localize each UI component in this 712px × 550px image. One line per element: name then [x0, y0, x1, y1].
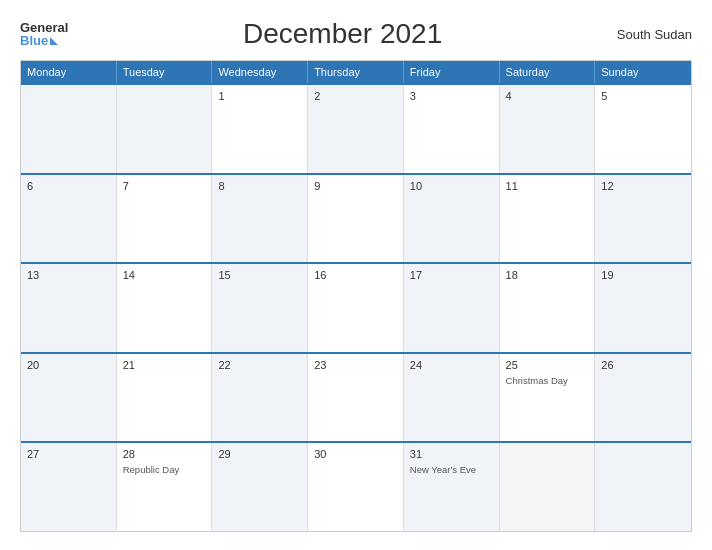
day-event: New Year's Eve	[410, 464, 493, 475]
cal-cell: 11	[500, 175, 596, 263]
cal-cell: 6	[21, 175, 117, 263]
header-cell-sunday: Sunday	[595, 61, 691, 83]
calendar-row-1: 6789101112	[21, 173, 691, 263]
cal-cell: 24	[404, 354, 500, 442]
calendar-page: General Blue December 2021 South Sudan M…	[0, 0, 712, 550]
header-cell-friday: Friday	[404, 61, 500, 83]
day-number: 25	[506, 359, 589, 371]
cal-cell: 17	[404, 264, 500, 352]
day-number: 15	[218, 269, 301, 281]
logo-triangle-icon	[50, 37, 58, 45]
cal-cell: 22	[212, 354, 308, 442]
cal-cell: 21	[117, 354, 213, 442]
region-label: South Sudan	[617, 27, 692, 42]
day-number: 1	[218, 90, 301, 102]
cal-cell: 18	[500, 264, 596, 352]
cal-cell	[500, 443, 596, 531]
page-title: December 2021	[68, 18, 616, 50]
header-cell-monday: Monday	[21, 61, 117, 83]
day-number: 23	[314, 359, 397, 371]
cal-cell: 20	[21, 354, 117, 442]
day-number: 22	[218, 359, 301, 371]
page-header: General Blue December 2021 South Sudan	[20, 18, 692, 50]
day-number: 8	[218, 180, 301, 192]
cal-cell	[595, 443, 691, 531]
cal-cell: 8	[212, 175, 308, 263]
calendar-row-4: 2728Republic Day293031New Year's Eve	[21, 441, 691, 531]
cal-cell: 9	[308, 175, 404, 263]
cal-cell: 30	[308, 443, 404, 531]
cal-cell: 12	[595, 175, 691, 263]
cal-cell: 23	[308, 354, 404, 442]
cal-cell: 19	[595, 264, 691, 352]
calendar-row-3: 202122232425Christmas Day26	[21, 352, 691, 442]
day-number: 24	[410, 359, 493, 371]
cal-cell: 15	[212, 264, 308, 352]
day-number: 10	[410, 180, 493, 192]
cal-cell: 1	[212, 85, 308, 173]
day-number: 13	[27, 269, 110, 281]
cal-cell: 2	[308, 85, 404, 173]
day-number: 16	[314, 269, 397, 281]
day-number: 19	[601, 269, 685, 281]
cal-cell: 5	[595, 85, 691, 173]
header-cell-saturday: Saturday	[500, 61, 596, 83]
day-number: 14	[123, 269, 206, 281]
cal-cell: 29	[212, 443, 308, 531]
calendar-row-2: 13141516171819	[21, 262, 691, 352]
cal-cell: 7	[117, 175, 213, 263]
day-number: 9	[314, 180, 397, 192]
day-number: 27	[27, 448, 110, 460]
cal-cell: 26	[595, 354, 691, 442]
cal-cell: 4	[500, 85, 596, 173]
day-number: 17	[410, 269, 493, 281]
day-event: Christmas Day	[506, 375, 589, 386]
cal-cell: 14	[117, 264, 213, 352]
day-number: 5	[601, 90, 685, 102]
calendar-body: 1234567891011121314151617181920212223242…	[21, 83, 691, 531]
day-number: 12	[601, 180, 685, 192]
header-cell-wednesday: Wednesday	[212, 61, 308, 83]
cal-cell: 3	[404, 85, 500, 173]
logo: General Blue	[20, 21, 68, 47]
day-number: 3	[410, 90, 493, 102]
day-number: 7	[123, 180, 206, 192]
day-number: 11	[506, 180, 589, 192]
calendar-row-0: 12345	[21, 83, 691, 173]
cal-cell: 16	[308, 264, 404, 352]
day-number: 26	[601, 359, 685, 371]
day-number: 28	[123, 448, 206, 460]
day-number: 20	[27, 359, 110, 371]
cal-cell: 13	[21, 264, 117, 352]
cal-cell	[21, 85, 117, 173]
day-number: 2	[314, 90, 397, 102]
header-cell-thursday: Thursday	[308, 61, 404, 83]
cal-cell	[117, 85, 213, 173]
day-number: 31	[410, 448, 493, 460]
cal-cell: 10	[404, 175, 500, 263]
logo-blue-text: Blue	[20, 34, 58, 47]
day-number: 4	[506, 90, 589, 102]
day-number: 21	[123, 359, 206, 371]
day-number: 30	[314, 448, 397, 460]
cal-cell: 27	[21, 443, 117, 531]
calendar-grid: MondayTuesdayWednesdayThursdayFridaySatu…	[20, 60, 692, 532]
day-number: 18	[506, 269, 589, 281]
cal-cell: 25Christmas Day	[500, 354, 596, 442]
day-number: 6	[27, 180, 110, 192]
cal-cell: 31New Year's Eve	[404, 443, 500, 531]
day-number: 29	[218, 448, 301, 460]
day-event: Republic Day	[123, 464, 206, 475]
header-cell-tuesday: Tuesday	[117, 61, 213, 83]
cal-cell: 28Republic Day	[117, 443, 213, 531]
calendar-header-row: MondayTuesdayWednesdayThursdayFridaySatu…	[21, 61, 691, 83]
